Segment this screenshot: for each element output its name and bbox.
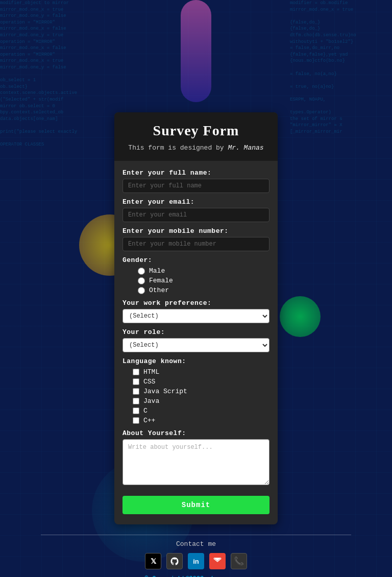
lang-c[interactable]: C	[133, 407, 270, 415]
github-icon	[170, 557, 179, 566]
form-subtitle: This form is designed by Mr. Manas	[122, 144, 270, 152]
subtitle-text: This form is designed by	[128, 144, 228, 152]
name-input[interactable]	[122, 179, 270, 193]
gender-other-label: Other	[149, 286, 169, 294]
form-body: Enter your full name: Enter your email: …	[114, 169, 278, 488]
gender-other[interactable]: Other	[138, 286, 270, 294]
main-container: Survey Form This form is designed by Mr.…	[0, 102, 392, 577]
lang-cpp-checkbox[interactable]	[133, 417, 139, 424]
email-field-group: Enter your email:	[122, 198, 270, 222]
role-select[interactable]: (Select) Developer Designer Manager Othe…	[122, 338, 270, 352]
social-github[interactable]	[166, 553, 183, 569]
email-input[interactable]	[122, 208, 270, 222]
language-section: Language known: HTML CSS Java Script	[122, 357, 270, 424]
lang-js-label: Java Script	[143, 388, 187, 395]
footer: Contact me 𝕏 in 📞 © Copyright@2023 pkman	[0, 535, 392, 577]
social-gmail[interactable]	[209, 553, 226, 569]
name-field-group: Enter your full name:	[122, 169, 270, 193]
gender-male-label: Male	[149, 267, 165, 275]
lang-css-checkbox[interactable]	[133, 378, 139, 385]
deco-pink	[181, 0, 211, 102]
work-pref-label: Your work preference:	[122, 299, 270, 307]
about-label: About Yourself:	[122, 429, 270, 437]
language-checkbox-group: HTML CSS Java Script Java	[122, 368, 270, 424]
social-icons: 𝕏 in 📞	[0, 553, 392, 569]
form-title: Survey Form	[122, 123, 270, 139]
mobile-field-group: Enter your mobile number:	[122, 227, 270, 251]
name-label: Enter your full name:	[122, 169, 270, 177]
lang-html-checkbox[interactable]	[133, 369, 139, 375]
social-linkedin[interactable]: in	[188, 553, 204, 569]
gender-female-label: Female	[149, 277, 173, 284]
lang-js-checkbox[interactable]	[133, 388, 139, 395]
gender-male[interactable]: Male	[138, 267, 270, 275]
gender-male-radio[interactable]	[138, 268, 145, 275]
work-pref-select[interactable]: (Select) Remote On-site Hybrid	[122, 309, 270, 323]
lang-c-label: C	[143, 407, 148, 415]
role-group: Your role: (Select) Developer Designer M…	[122, 328, 270, 352]
lang-html-label: HTML	[143, 368, 159, 376]
lang-css-label: CSS	[143, 378, 155, 386]
form-header: Survey Form This form is designed by Mr.…	[114, 112, 278, 161]
gender-radio-group: Male Female Other	[122, 267, 270, 294]
social-phone[interactable]: 📞	[231, 553, 247, 569]
mobile-label: Enter your mobile number:	[122, 227, 270, 235]
lang-cpp-label: C++	[143, 417, 155, 424]
mobile-input[interactable]	[122, 237, 270, 251]
lang-cpp[interactable]: C++	[133, 417, 270, 424]
lang-java-label: Java	[143, 397, 159, 405]
gender-label: Gender:	[122, 256, 270, 264]
lang-html[interactable]: HTML	[133, 368, 270, 376]
gender-female-radio[interactable]	[138, 277, 145, 284]
submit-button[interactable]: Submit	[122, 496, 270, 514]
gmail-icon	[213, 558, 222, 565]
gender-section: Gender: Male Female Other	[122, 256, 270, 294]
lang-c-checkbox[interactable]	[133, 407, 139, 414]
gender-female[interactable]: Female	[138, 277, 270, 284]
work-pref-group: Your work preference: (Select) Remote On…	[122, 299, 270, 323]
language-label: Language known:	[122, 357, 270, 365]
form-card: Survey Form This form is designed by Mr.…	[114, 112, 278, 524]
about-textarea[interactable]	[122, 439, 270, 485]
lang-java[interactable]: Java	[133, 397, 270, 405]
email-label: Enter your email:	[122, 198, 270, 206]
lang-java-checkbox[interactable]	[133, 398, 139, 404]
about-section: About Yourself:	[122, 429, 270, 488]
social-x[interactable]: 𝕏	[145, 553, 161, 569]
lang-javascript[interactable]: Java Script	[133, 388, 270, 395]
lang-css[interactable]: CSS	[133, 378, 270, 386]
contact-label: Contact me	[0, 540, 392, 548]
subtitle-author: Mr. Manas	[228, 144, 263, 152]
footer-divider	[41, 535, 351, 535]
gender-other-radio[interactable]	[138, 287, 145, 294]
role-label: Your role:	[122, 328, 270, 336]
